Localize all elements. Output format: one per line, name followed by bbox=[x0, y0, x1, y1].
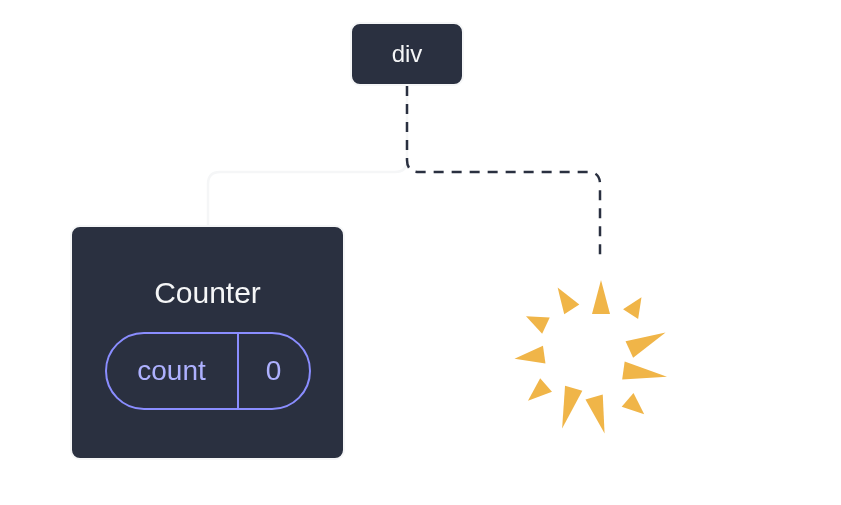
root-node-label: div bbox=[392, 40, 423, 68]
counter-node: Counter count 0 bbox=[70, 225, 345, 460]
burst-icon bbox=[486, 242, 716, 472]
counter-state-value: 0 bbox=[237, 334, 309, 408]
counter-state-pill: count 0 bbox=[105, 332, 311, 410]
diagram-stage: div Counter count 0 bbox=[0, 0, 841, 505]
root-node-div: div bbox=[350, 22, 464, 86]
counter-node-title: Counter bbox=[154, 276, 261, 310]
counter-state-label: count bbox=[107, 334, 237, 408]
